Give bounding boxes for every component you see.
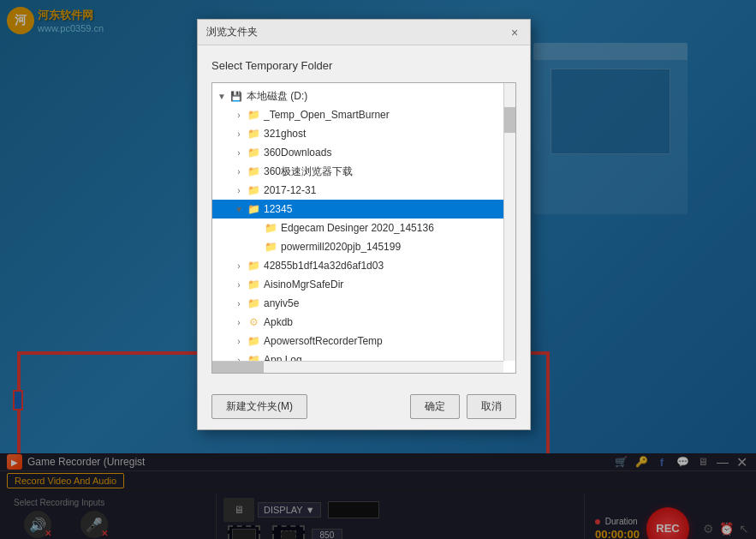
tree-node-ghost[interactable]: › 📁 321ghost (212, 124, 515, 143)
node-apowersoft-label: ApowersoftRecorderTemp (264, 335, 383, 347)
tree-node-360browser[interactable]: › 📁 360极速浏览器下载 (212, 162, 515, 181)
scrollbar-thumb-h[interactable] (212, 362, 264, 374)
ok-button[interactable]: 确定 (410, 394, 460, 419)
folder-apkdb-icon: ⚙ (247, 316, 260, 328)
tree-node-12345[interactable]: ▼ 📁 12345 (212, 200, 515, 219)
node-12345-label: 12345 (264, 203, 292, 215)
node-aisino-label: AisinoMgrSafeDir (264, 278, 343, 290)
tree-node-aisino[interactable]: › 📁 AisinoMgrSafeDir (212, 275, 515, 294)
node-360dl-label: 360Downloads (264, 147, 331, 159)
cancel-button[interactable]: 取消 (467, 394, 516, 419)
node-temp-label: _Temp_Open_SmartBurner (264, 109, 390, 121)
folder-date-icon: 📁 (247, 184, 260, 196)
tree-node-temp[interactable]: › 📁 _Temp_Open_SmartBurner (212, 105, 515, 124)
expand-apkdb[interactable]: › (233, 316, 245, 328)
node-anyiv5e-label: anyiv5e (264, 297, 299, 309)
expand-apowersoft[interactable]: › (233, 335, 245, 347)
scrollbar-h[interactable] (212, 361, 503, 373)
folder-12345-icon: 📁 (247, 203, 260, 215)
expand-date[interactable]: › (233, 184, 245, 196)
folder-aisino-icon: 📁 (247, 278, 260, 290)
folder-360browser-icon: 📁 (247, 165, 260, 177)
expand-12345[interactable]: ▼ (233, 203, 245, 215)
dialog-footer: 新建文件夹(M) 确定 取消 (198, 387, 530, 429)
tree-node-360dl[interactable]: › 📁 360Downloads (212, 143, 515, 162)
node-edgecam-label: Edgecam Desinger 2020_145136 (281, 222, 434, 234)
folder-ghost-icon: 📁 (247, 128, 260, 140)
folder-powermill-icon: 📁 (264, 241, 277, 253)
file-tree[interactable]: ▼ 💾 本地磁盘 (D:) › 📁 _Temp_Open_SmartBurner… (211, 82, 516, 374)
folder-temp-icon: 📁 (247, 109, 260, 121)
expand-temp[interactable]: › (233, 109, 245, 121)
tree-node-apowersoft[interactable]: › 📁 ApowersoftRecorderTemp (212, 332, 515, 350)
drive-icon: 💾 (229, 90, 243, 102)
dialog-subtitle: Select Temporary Folder (211, 59, 516, 72)
expand-drive[interactable]: ▼ (216, 90, 228, 102)
node-42855-label: 42855b1df14a32d6af1d03 (264, 260, 384, 272)
dialog-title-bar: 浏览文件夹 × (198, 20, 530, 45)
dialog-body: Select Temporary Folder ▼ 💾 本地磁盘 (D:) › … (198, 45, 530, 387)
folder-360dl-icon: 📁 (247, 147, 260, 159)
tree-node-edgecam[interactable]: › 📁 Edgecam Desinger 2020_145136 (212, 219, 515, 237)
expand-42855[interactable]: › (233, 260, 245, 272)
folder-42855-icon: 📁 (247, 260, 260, 272)
tree-node-date[interactable]: › 📁 2017-12-31 (212, 181, 515, 200)
node-apkdb-label: Apkdb (264, 316, 293, 328)
tree-node-42855[interactable]: › 📁 42855b1df14a32d6af1d03 (212, 256, 515, 275)
scrollbar-thumb-v[interactable] (504, 107, 516, 133)
node-ghost-label: 321ghost (264, 128, 306, 140)
browse-folder-dialog: 浏览文件夹 × Select Temporary Folder ▼ 💾 本地磁盘… (197, 19, 531, 430)
tree-node-powermill[interactable]: › 📁 powermill2020pjb_145199 (212, 237, 515, 256)
node-360browser-label: 360极速浏览器下载 (264, 165, 353, 179)
dialog-title-text: 浏览文件夹 (206, 25, 258, 39)
scrollbar-v[interactable] (503, 83, 515, 361)
node-powermill-label: powermill2020pjb_145199 (281, 241, 401, 253)
expand-aisino[interactable]: › (233, 278, 245, 290)
tree-node-anyiv5e[interactable]: › 📁 anyiv5e (212, 294, 515, 313)
drive-label: 本地磁盘 (D:) (247, 89, 307, 104)
node-date-label: 2017-12-31 (264, 184, 316, 196)
folder-anyiv5e-icon: 📁 (247, 297, 260, 309)
dialog-close-button[interactable]: × (508, 26, 521, 39)
tree-node-apkdb[interactable]: › ⚙ Apkdb (212, 313, 515, 332)
expand-ghost[interactable]: › (233, 128, 245, 140)
expand-anyiv5e[interactable]: › (233, 297, 245, 309)
dialog-overlay: 浏览文件夹 × Select Temporary Folder ▼ 💾 本地磁盘… (0, 0, 756, 539)
new-folder-button[interactable]: 新建文件夹(M) (211, 394, 307, 419)
expand-360dl[interactable]: › (233, 147, 245, 159)
folder-edgecam-icon: 📁 (264, 222, 277, 234)
expand-360browser[interactable]: › (233, 165, 245, 177)
folder-apowersoft-icon: 📁 (247, 335, 260, 347)
tree-node-drive[interactable]: ▼ 💾 本地磁盘 (D:) (212, 87, 515, 105)
